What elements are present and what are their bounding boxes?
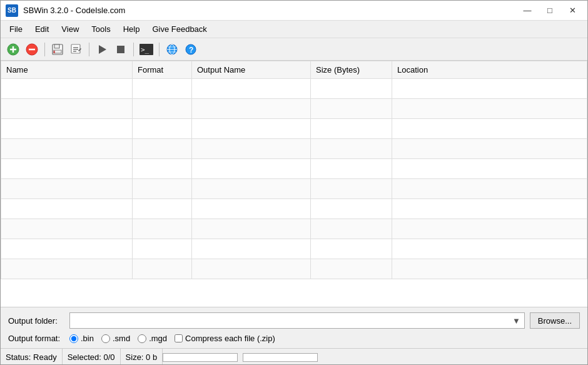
table-row [1, 239, 587, 259]
format-mgd-radio[interactable] [138, 334, 146, 343]
menu-feedback[interactable]: Give Feedback [146, 22, 213, 36]
play-button[interactable] [93, 41, 111, 58]
progress-bar-1 [163, 353, 238, 362]
window-controls: — □ ✕ [517, 4, 582, 18]
compress-label[interactable]: Compress each file (.zip) [175, 334, 275, 343]
remove-button[interactable] [23, 41, 41, 58]
svg-text:>_: >_ [141, 46, 150, 54]
menu-view[interactable]: View [55, 22, 85, 36]
menu-help[interactable]: Help [117, 22, 146, 36]
app-icon: SB [6, 4, 18, 17]
maximize-button[interactable]: □ [540, 4, 560, 18]
table-row [1, 139, 587, 159]
toolbar-separator-3 [133, 43, 134, 56]
output-folder-label: Output folder: [8, 316, 64, 326]
format-bin-text: .bin [81, 334, 94, 343]
edit-icon [70, 43, 83, 56]
format-smd-radio[interactable] [101, 334, 110, 343]
output-format-row: Output format: .bin .smd .mgd Compress e… [8, 334, 580, 343]
compress-checkbox[interactable] [175, 334, 183, 342]
table-row [1, 159, 587, 179]
format-bin-radio[interactable] [69, 334, 78, 343]
save-icon: X [51, 43, 64, 56]
progress-section [163, 349, 582, 365]
table-row [1, 79, 587, 99]
help-button[interactable]: ? [182, 41, 200, 58]
menu-bar: File Edit View Tools Help Give Feedback [1, 21, 587, 38]
format-mgd-label[interactable]: .mgd [138, 334, 167, 343]
table-row [1, 179, 587, 199]
table-row [1, 99, 587, 119]
help-icon: ? [185, 43, 197, 56]
status-bar: Status: Ready Selected: 0/0 Size: 0 b [1, 348, 587, 365]
status-section: Status: Ready [6, 349, 63, 365]
minimize-button[interactable]: — [517, 4, 537, 18]
add-button[interactable] [4, 41, 22, 58]
globe-button[interactable] [163, 41, 181, 58]
globe-icon [166, 43, 178, 56]
size-label: Size: [126, 352, 144, 362]
status-value: Ready [33, 352, 57, 362]
edit-button[interactable] [68, 41, 85, 58]
table-row [1, 199, 587, 219]
menu-edit[interactable]: Edit [29, 22, 55, 36]
output-folder-row: Output folder: ▼ Browse... [8, 312, 580, 329]
stop-button[interactable] [112, 41, 129, 58]
col-header-output-name: Output Name [192, 61, 311, 79]
toolbar-separator-4 [159, 43, 160, 56]
col-header-name: Name [1, 61, 133, 79]
menu-file[interactable]: File [3, 22, 29, 36]
table-row [1, 259, 587, 279]
play-icon [96, 43, 108, 56]
size-value: 0 b [146, 352, 157, 362]
table-row [1, 119, 587, 139]
remove-icon [26, 43, 38, 56]
window-title: SBWin 3.2.0 - CodeIsle.com [23, 6, 125, 15]
format-smd-text: .smd [113, 334, 130, 343]
menu-tools[interactable]: Tools [85, 22, 116, 36]
size-section: Size: 0 b [121, 349, 163, 365]
col-header-size-bytes: Size (Bytes) [311, 61, 392, 79]
toolbar-separator-1 [44, 43, 45, 56]
table-body [1, 79, 587, 279]
stop-icon [114, 43, 127, 56]
toolbar: X [1, 38, 587, 61]
svg-rect-6 [54, 44, 59, 48]
col-header-format: Format [133, 61, 192, 79]
terminal-icon: >_ [139, 44, 153, 55]
dropdown-arrow-icon: ▼ [512, 316, 520, 326]
format-bin-label[interactable]: .bin [69, 334, 94, 343]
svg-rect-8 [59, 45, 60, 48]
close-button[interactable]: ✕ [562, 4, 582, 18]
file-table-container: Name Format Output Name Size (Bytes) Loc… [1, 61, 587, 307]
table-row [1, 219, 587, 239]
col-header-location: Location [392, 61, 587, 79]
format-mgd-text: .mgd [149, 334, 167, 343]
app-window: SB SBWin 3.2.0 - CodeIsle.com — □ ✕ File… [1, 1, 587, 365]
svg-text:?: ? [189, 45, 193, 54]
compress-text: Compress each file (.zip) [185, 334, 275, 343]
output-folder-input-container[interactable]: ▼ [69, 312, 525, 329]
selected-value: 0/0 [104, 352, 115, 362]
save-button[interactable]: X [49, 41, 66, 58]
status-label: Status: [6, 352, 31, 362]
add-icon [7, 43, 19, 56]
browse-button[interactable]: Browse... [530, 312, 580, 329]
title-bar-left: SB SBWin 3.2.0 - CodeIsle.com [6, 4, 125, 17]
bottom-panel: Output folder: ▼ Browse... Output format… [1, 307, 587, 348]
table-header-row: Name Format Output Name Size (Bytes) Loc… [1, 61, 587, 79]
format-smd-label[interactable]: .smd [101, 334, 130, 343]
terminal-button[interactable]: >_ [138, 41, 155, 58]
svg-rect-16 [117, 46, 124, 53]
selected-section: Selected: 0/0 [63, 349, 121, 365]
selected-label: Selected: [68, 352, 101, 362]
file-table: Name Format Output Name Size (Bytes) Loc… [1, 61, 587, 279]
svg-rect-10 [71, 44, 80, 53]
toolbar-separator-2 [89, 43, 89, 56]
output-format-label: Output format: [8, 334, 64, 343]
svg-marker-15 [99, 45, 106, 54]
progress-bar-2 [243, 353, 318, 362]
title-bar: SB SBWin 3.2.0 - CodeIsle.com — □ ✕ [1, 1, 587, 21]
format-radio-group: .bin .smd .mgd Compress each file (.zip) [69, 334, 275, 343]
